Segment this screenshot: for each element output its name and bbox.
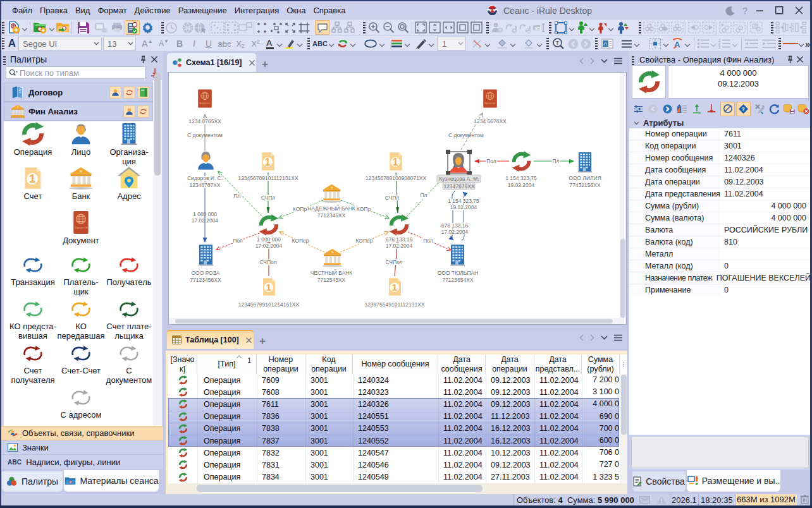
svg-text:19.02.2004: 19.02.2004 <box>508 182 535 188</box>
svg-text:ООО РОЗА: ООО РОЗА <box>191 270 219 276</box>
svg-text:3: 3 <box>718 45 720 49</box>
svg-text:С документом: С документом <box>187 132 223 138</box>
svg-text:A: A <box>266 38 273 48</box>
svg-text:?: ? <box>741 106 744 112</box>
svg-text:12347878XX: 12347878XX <box>443 183 474 190</box>
svg-text:17.02.2004: 17.02.2004 <box>255 243 283 249</box>
svg-text:7712345XX: 7712345XX <box>317 212 346 219</box>
svg-text:Пл: Пл <box>420 192 427 198</box>
svg-text:1 000 000: 1 000 000 <box>257 236 281 243</box>
svg-text:676 133,16: 676 133,16 <box>441 222 469 229</box>
svg-text:1 000 000: 1 000 000 <box>193 211 217 217</box>
svg-text:123456789101112131XX: 123456789101112131XX <box>238 175 298 181</box>
svg-text:1: 1 <box>29 172 35 185</box>
svg-text:Пл: Пл <box>233 193 240 199</box>
svg-text:1234 8765XX: 1234 8765XX <box>188 118 221 124</box>
svg-text:123456789101214161XX: 123456789101214161XX <box>238 301 300 308</box>
svg-text:СЧПл: СЧПл <box>261 195 276 201</box>
svg-text:1 154 323,75: 1 154 323,75 <box>448 198 479 204</box>
svg-text:Пол: Пол <box>486 158 496 164</box>
svg-text:77432156XX: 77432156XX <box>569 182 600 188</box>
svg-text:676 133,16: 676 133,16 <box>386 236 413 243</box>
svg-text:17.02.2004: 17.02.2004 <box>386 243 413 249</box>
svg-text:1234 5678XX: 1234 5678XX <box>474 118 507 124</box>
svg-text:PASSPORT: PASSPORT <box>75 226 90 229</box>
svg-text:СЧПл: СЧПл <box>385 195 400 201</box>
svg-text:17.02.2004: 17.02.2004 <box>441 229 469 235</box>
svg-text:КОПер: КОПер <box>292 238 309 244</box>
svg-text:7712543XX: 7712543XX <box>317 277 346 283</box>
svg-text:ab: ab <box>534 25 540 30</box>
svg-text:СЧПол: СЧПол <box>385 259 402 265</box>
svg-text:Сидоров И. С.: Сидоров И. С. <box>187 175 223 181</box>
svg-text:Пл: Пл <box>552 158 559 164</box>
svg-text:123876549101112131XX: 123876549101112131XX <box>364 301 424 308</box>
svg-text:СЧПол: СЧПол <box>259 259 276 265</box>
svg-text:17.02.2004: 17.02.2004 <box>192 217 219 224</box>
svg-text:ЧЕСТНЫЙ БАНК: ЧЕСТНЫЙ БАНК <box>311 269 353 276</box>
svg-text:НАДЕЖНЫЙ БАНК: НАДЕЖНЫЙ БАНК <box>307 205 355 212</box>
svg-text:Пол: Пол <box>233 238 243 244</box>
svg-text:КОПр: КОПр <box>357 206 371 212</box>
svg-text:С документом: С документом <box>448 132 484 138</box>
svg-text:123456789100908071XX: 123456789100908071XX <box>366 175 427 181</box>
svg-text:12348787XX: 12348787XX <box>189 182 220 188</box>
svg-text:19.02.2004: 19.02.2004 <box>450 204 477 210</box>
svg-text:A: A <box>604 40 608 47</box>
svg-text:77123456XX: 77123456XX <box>190 277 221 283</box>
svg-text:1 154 323,75: 1 154 323,75 <box>505 175 537 181</box>
svg-text:T: T <box>556 40 560 46</box>
svg-text:ООО ТЮЛЬПАН: ООО ТЮЛЬПАН <box>438 270 479 276</box>
svg-text:КОПер: КОПер <box>355 238 372 244</box>
svg-text:КОПр: КОПр <box>293 206 307 212</box>
svg-text:ООО ЛИЛИЯ: ООО ЛИЛИЯ <box>569 175 601 181</box>
svg-text:77123654XX: 77123654XX <box>442 277 473 283</box>
svg-text:Пол: Пол <box>423 238 433 244</box>
svg-text:Кузнецова А. М.: Кузнецова А. М. <box>439 176 479 182</box>
